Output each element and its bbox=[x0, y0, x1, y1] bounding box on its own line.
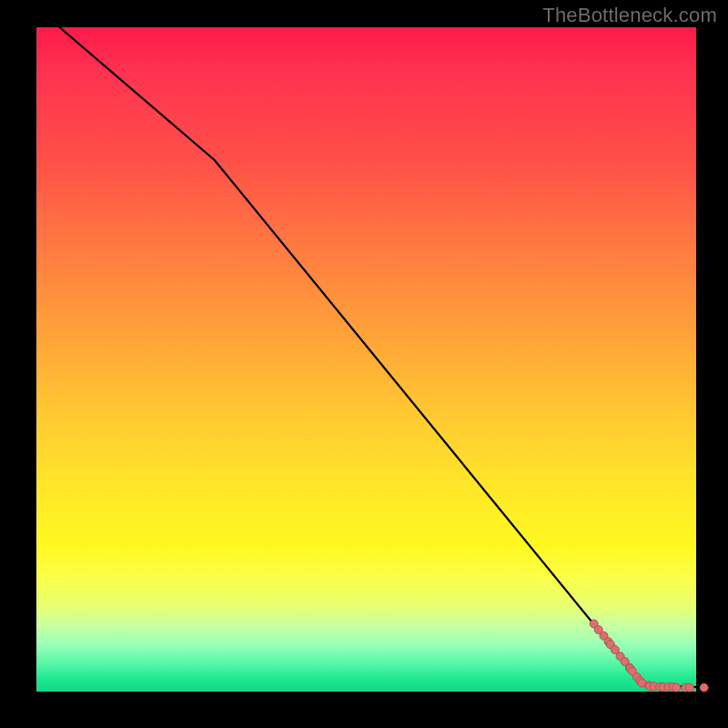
chart-points-group bbox=[590, 620, 708, 692]
chart-curve bbox=[36, 7, 710, 688]
watermark-text: TheBottleneck.com bbox=[542, 4, 717, 27]
chart-overlay-svg bbox=[36, 27, 696, 692]
chart-data-point bbox=[700, 683, 708, 692]
chart-data-point bbox=[672, 683, 681, 692]
chart-plot-area bbox=[36, 27, 696, 692]
chart-data-point bbox=[685, 683, 693, 692]
